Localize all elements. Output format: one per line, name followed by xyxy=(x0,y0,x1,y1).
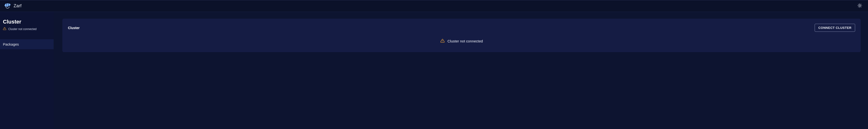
svg-point-1 xyxy=(8,4,9,5)
panel-body: Cluster not connected xyxy=(68,32,855,45)
theme-toggle-button[interactable] xyxy=(856,2,864,10)
connect-cluster-button[interactable]: CONNECT CLUSTER xyxy=(815,24,855,32)
content: Cluster CONNECT CLUSTER Cluster not conn… xyxy=(54,12,868,129)
panel-status-text: Cluster not connected xyxy=(447,39,483,43)
sidebar-status-text: Cluster not connected xyxy=(8,27,37,31)
sidebar-title: Cluster xyxy=(0,19,54,26)
sidebar: Cluster Cluster not connected Packages xyxy=(0,12,54,129)
svg-line-5 xyxy=(858,4,859,4)
sidebar-status: Cluster not connected xyxy=(0,26,54,35)
topbar: Zarf xyxy=(0,0,868,12)
svg-line-6 xyxy=(861,6,861,7)
sun-icon xyxy=(857,3,862,9)
brand-name: Zarf xyxy=(13,3,22,8)
svg-line-10 xyxy=(861,4,861,4)
svg-line-9 xyxy=(858,6,859,7)
svg-point-0 xyxy=(6,4,7,5)
sidebar-item-label: Packages xyxy=(3,42,19,46)
svg-point-2 xyxy=(859,5,861,6)
warning-icon xyxy=(3,27,6,31)
sidebar-item-packages[interactable]: Packages xyxy=(0,39,54,49)
warning-icon xyxy=(440,38,445,44)
brand: Zarf xyxy=(4,3,22,9)
panel-title: Cluster xyxy=(68,26,80,30)
panel-header: Cluster CONNECT CLUSTER xyxy=(68,24,855,32)
cluster-panel: Cluster CONNECT CLUSTER Cluster not conn… xyxy=(62,19,861,52)
sidebar-nav: Packages xyxy=(0,39,54,49)
zarf-logo-icon xyxy=(4,3,11,9)
